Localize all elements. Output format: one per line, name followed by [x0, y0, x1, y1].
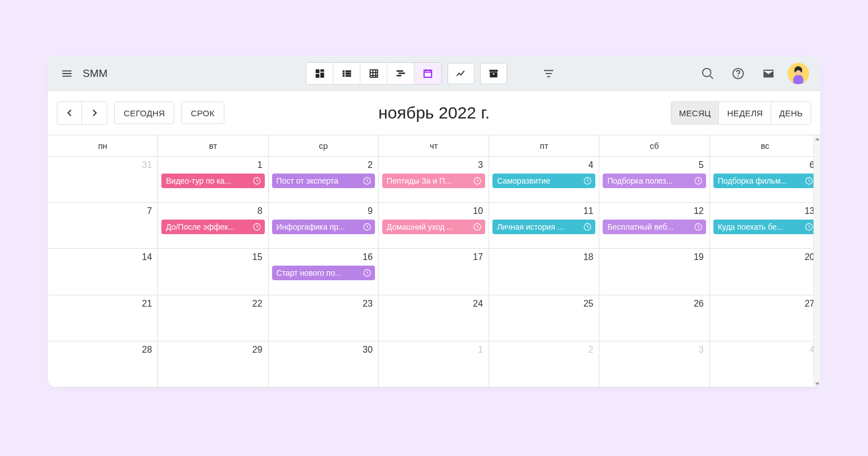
day-number: 1 — [382, 344, 485, 357]
day-cell[interactable]: 12Бесплатный веб... — [599, 203, 709, 248]
view-archive-icon[interactable] — [480, 63, 507, 84]
day-cell[interactable]: 2Пост от эксперта — [269, 157, 379, 202]
scrollbar[interactable] — [813, 135, 820, 387]
calendar-weeks: 311Видео-тур по ка...2Пост от эксперта3П… — [48, 157, 820, 387]
day-number: 29 — [161, 344, 264, 357]
weekday-row: пнвтсрчтптсбвс — [48, 135, 820, 157]
day-cell[interactable]: 27 — [710, 295, 820, 341]
day-cell[interactable]: 8До/После эффек... — [158, 203, 268, 248]
help-icon[interactable] — [727, 62, 749, 85]
weekday-cell: чт — [379, 135, 489, 156]
range-day-button[interactable]: ДЕНЬ — [771, 102, 811, 124]
event-label: Пост от эксперта — [277, 176, 360, 185]
day-cell[interactable]: 28 — [48, 341, 158, 387]
week-row: 21222324252627 — [48, 295, 820, 341]
day-number: 28 — [51, 344, 154, 357]
top-toolbar: SMM — [48, 56, 820, 91]
weekday-cell: вт — [158, 135, 268, 156]
day-cell[interactable]: 25 — [489, 295, 599, 341]
menu-icon[interactable] — [53, 60, 80, 87]
event-label: Бесплатный веб... — [607, 222, 691, 231]
day-cell[interactable]: 31 — [48, 157, 158, 202]
weekday-cell: сб — [599, 135, 709, 156]
day-cell[interactable]: 11Личная история ... — [489, 203, 599, 248]
day-cell[interactable]: 14 — [48, 249, 158, 294]
filter-icon[interactable] — [535, 60, 562, 87]
calendar-event[interactable]: Куда поехать бе... — [713, 220, 817, 234]
day-cell[interactable]: 2 — [489, 341, 599, 387]
day-cell[interactable]: 13Куда поехать бе... — [710, 203, 820, 248]
day-cell[interactable]: 23 — [269, 295, 379, 341]
day-cell[interactable]: 9Инфоргафика пр... — [269, 203, 379, 248]
event-label: Видео-тур по ка... — [166, 176, 250, 185]
mail-icon[interactable] — [757, 62, 780, 85]
range-switcher: МЕСЯЦ НЕДЕЛЯ ДЕНЬ — [671, 101, 811, 125]
view-dashboard-icon[interactable] — [306, 63, 333, 84]
calendar-event[interactable]: Инфоргафика пр... — [272, 220, 375, 234]
day-cell[interactable]: 4 — [710, 341, 820, 387]
day-cell[interactable]: 19 — [599, 249, 709, 294]
calendar-event[interactable]: Личная история ... — [492, 220, 595, 234]
day-cell[interactable]: 6Подборка фильм... — [710, 157, 820, 202]
top-right — [697, 62, 815, 85]
day-number: 16 — [272, 251, 375, 265]
calendar-event[interactable]: До/После эффек... — [161, 220, 264, 234]
day-cell[interactable]: 18 — [489, 249, 599, 294]
day-cell[interactable]: 30 — [269, 341, 379, 387]
calendar-event[interactable]: Подборка полез... — [603, 174, 706, 188]
avatar[interactable] — [788, 63, 809, 84]
sub-toolbar: СЕГОДНЯ СРОК ноябрь 2022 г. МЕСЯЦ НЕДЕЛЯ… — [48, 91, 820, 135]
view-gantt-icon[interactable] — [387, 63, 414, 84]
range-month-button[interactable]: МЕСЯЦ — [671, 102, 720, 124]
day-number: 10 — [382, 205, 485, 218]
view-table-icon[interactable] — [360, 63, 387, 84]
day-cell[interactable]: 26 — [599, 295, 709, 341]
calendar-event[interactable]: Видео-тур по ка... — [161, 174, 264, 188]
calendar-event[interactable]: Пептиды За и П... — [382, 174, 485, 188]
view-calendar-icon[interactable] — [414, 63, 441, 84]
view-list-icon[interactable] — [333, 63, 360, 84]
calendar-event[interactable]: Саморазвитие — [492, 174, 595, 188]
day-number: 19 — [603, 251, 706, 265]
day-cell[interactable]: 3Пептиды За и П... — [379, 157, 489, 202]
calendar-event[interactable]: Домашний уход ... — [382, 220, 485, 234]
day-cell[interactable]: 29 — [158, 341, 268, 387]
next-month-button[interactable] — [82, 102, 107, 124]
day-cell[interactable]: 15 — [158, 249, 268, 294]
day-cell[interactable]: 3 — [599, 341, 709, 387]
day-cell[interactable]: 24 — [379, 295, 489, 341]
day-number: 18 — [492, 251, 595, 265]
day-cell[interactable]: 10Домашний уход ... — [379, 203, 489, 248]
calendar-event[interactable]: Старт нового по... — [272, 266, 375, 280]
day-number: 27 — [713, 298, 817, 311]
view-analytics-icon[interactable] — [447, 63, 474, 84]
range-week-button[interactable]: НЕДЕЛЯ — [719, 102, 771, 124]
deadline-button[interactable]: СРОК — [181, 102, 224, 124]
day-cell[interactable]: 1 — [379, 341, 489, 387]
day-cell[interactable]: 7 — [48, 203, 158, 248]
day-cell[interactable]: 4Саморазвитие — [489, 157, 599, 202]
prev-month-button[interactable] — [57, 102, 82, 124]
event-label: Старт нового по... — [277, 268, 360, 277]
week-row: 2829301234 — [48, 341, 820, 387]
calendar-event[interactable]: Пост от эксперта — [272, 174, 375, 188]
event-label: Пептиды За и П... — [387, 176, 471, 185]
day-cell[interactable]: 21 — [48, 295, 158, 341]
event-label: До/После эффек... — [166, 222, 250, 231]
day-number: 14 — [51, 251, 154, 265]
day-cell[interactable]: 1Видео-тур по ка... — [158, 157, 268, 202]
day-number: 25 — [492, 298, 595, 311]
day-cell[interactable]: 17 — [379, 249, 489, 294]
day-cell[interactable]: 22 — [158, 295, 268, 341]
day-cell[interactable]: 16Старт нового по... — [269, 249, 379, 294]
search-icon[interactable] — [697, 62, 719, 85]
day-cell[interactable]: 5Подборка полез... — [599, 157, 709, 202]
event-label: Саморазвитие — [497, 176, 581, 185]
day-cell[interactable]: 20 — [710, 249, 820, 294]
calendar-event[interactable]: Бесплатный веб... — [603, 220, 706, 234]
weekday-cell: пн — [48, 135, 158, 156]
svg-point-1 — [738, 75, 739, 76]
view-switcher — [306, 62, 442, 85]
today-button[interactable]: СЕГОДНЯ — [114, 102, 174, 124]
calendar-event[interactable]: Подборка фильм... — [713, 174, 817, 188]
